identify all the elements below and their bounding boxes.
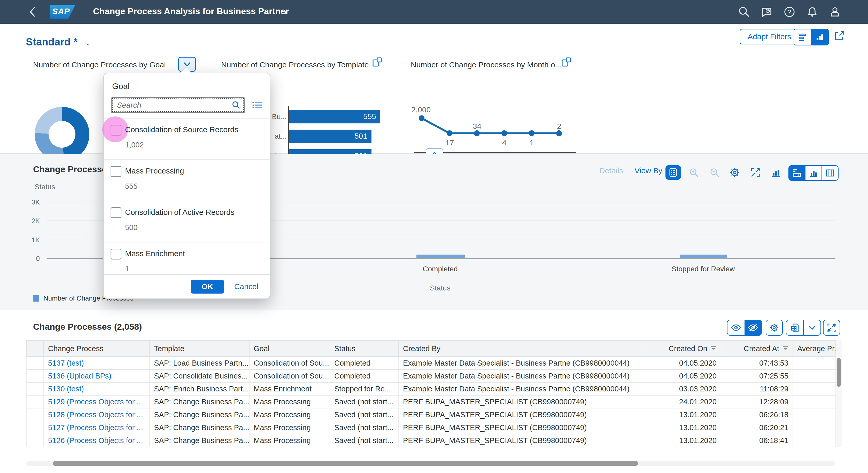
table-fullscreen-icon[interactable]	[823, 319, 840, 336]
col-goal[interactable]: Goal	[249, 341, 330, 357]
table-row[interactable]: 5137 (test)SAP: Load Business Partn...Co…	[27, 357, 836, 369]
chart-icon[interactable]	[768, 165, 784, 180]
svg-text:?: ?	[788, 8, 791, 15]
app-root: SAP Change Process Analysis for Business…	[0, 0, 868, 473]
ok-button[interactable]: OK	[191, 280, 224, 294]
template-bar-row[interactable]: Bu... 555	[289, 110, 380, 124]
legend-swatch	[33, 295, 39, 302]
table-section: Change Processes (2,058)	[0, 310, 868, 473]
value-help-list-icon[interactable]	[252, 101, 262, 109]
col-created-by[interactable]: Created By	[399, 341, 645, 357]
chart-view-button[interactable]	[811, 29, 828, 45]
zoom-out-icon[interactable]	[707, 165, 722, 180]
filter-icon	[782, 346, 788, 351]
back-icon[interactable]	[29, 6, 36, 18]
app-title[interactable]: Change Process Analysis for Business Par…	[93, 6, 289, 16]
template-bar-value: 555	[363, 112, 376, 121]
view-toggle	[794, 29, 829, 45]
card-goal-title: Number of Change Processes by Goal	[33, 60, 166, 69]
bar-completed[interactable]	[416, 255, 465, 258]
select-column-header[interactable]	[27, 341, 44, 357]
y-tick: 3K	[21, 198, 40, 206]
table-row[interactable]: 5129 (Process Objects for ...SAP: Change…	[27, 395, 836, 408]
chart-table-view-button[interactable]	[789, 166, 805, 180]
cancel-button[interactable]: Cancel	[234, 282, 258, 291]
template-bar-row[interactable]: at... 501	[289, 130, 371, 143]
checkbox[interactable]	[111, 207, 121, 218]
details-button[interactable]: Details	[599, 166, 623, 175]
col-status[interactable]: Status	[330, 341, 399, 357]
col-average[interactable]: Average Pr...	[793, 341, 836, 357]
view-by-button[interactable]: View By	[634, 166, 662, 175]
zoom-in-icon[interactable]	[686, 165, 702, 180]
export-icon[interactable]	[786, 320, 804, 335]
profile-icon[interactable]	[829, 6, 841, 18]
point-label: 2,000	[411, 105, 431, 114]
table-only-view-button[interactable]	[822, 166, 838, 180]
card-month-title: Number of Change Processes by Month o...	[411, 60, 562, 69]
variant-chevron-down-icon: ⌄	[86, 40, 91, 47]
export-menu-chevron-icon[interactable]	[804, 320, 820, 335]
x-axis-title: Status	[430, 284, 450, 292]
table-settings-gear-icon[interactable]	[766, 319, 783, 336]
horizontal-scrollbar-thumb[interactable]	[53, 461, 638, 466]
notifications-icon[interactable]	[806, 6, 818, 18]
goal-search-field[interactable]	[116, 100, 228, 110]
search-icon[interactable]	[738, 6, 750, 18]
vertical-scrollbar-thumb[interactable]	[837, 358, 841, 387]
template-open-in-icon[interactable]	[372, 57, 382, 67]
month-line-chart[interactable]	[408, 82, 583, 155]
checkbox[interactable]	[111, 125, 121, 136]
horizontal-scrollbar[interactable]	[26, 461, 835, 466]
category-label: Completed	[423, 265, 458, 273]
goal-search-input[interactable]	[111, 97, 245, 113]
y-tick: 2K	[21, 217, 40, 225]
goal-option-mass-processing[interactable]: Mass Processing 555	[104, 160, 270, 201]
goal-option-consolidation-source[interactable]: Consolidation of Source Records 1,002	[104, 119, 270, 160]
table-row[interactable]: 5127 (Process Objects for ...SAP: Change…	[27, 421, 836, 434]
settings-gear-icon[interactable]	[727, 165, 742, 180]
col-template[interactable]: Template	[150, 341, 249, 357]
goal-option-consolidation-active[interactable]: Consolidation of Active Records 500	[104, 201, 270, 242]
checkbox[interactable]	[111, 166, 121, 177]
col-created-on[interactable]: Created On	[645, 341, 721, 357]
vertical-scrollbar[interactable]	[836, 340, 842, 447]
col-created-at[interactable]: Created At	[721, 341, 793, 357]
table-row[interactable]: 5126 (Process Objects for ...SAP: Change…	[27, 434, 836, 447]
point-label: 34	[473, 122, 481, 131]
popup-footer: OK Cancel	[104, 274, 270, 299]
table-row[interactable]: 5128 (Process Objects for ...SAP: Change…	[27, 408, 836, 421]
goal-filter-popup: Goal Consolidation of Source Records 1,0…	[103, 73, 270, 299]
dimension-label: Status	[35, 183, 55, 191]
legend-icon[interactable]	[665, 165, 681, 180]
table-row[interactable]: 5130 (test)SAP: Enrich Business Part...M…	[27, 382, 836, 395]
hide-details-eye-slash-icon[interactable]	[745, 320, 762, 335]
month-open-in-icon[interactable]	[561, 57, 571, 67]
show-details-eye-icon[interactable]	[727, 320, 745, 335]
chart-table-switch	[788, 165, 839, 181]
goal-donut-chart[interactable]	[35, 107, 89, 162]
sap-logo[interactable]: SAP	[50, 5, 75, 19]
point-label: 4	[502, 138, 506, 147]
share-icon[interactable]	[834, 30, 845, 41]
help-icon[interactable]: ?	[783, 6, 796, 18]
template-bar-value: 501	[354, 132, 367, 140]
chart-only-view-button[interactable]	[805, 166, 822, 180]
table-header-row: Change Process Template Goal Status Crea…	[27, 341, 836, 357]
bar-stopped-for-review[interactable]	[680, 255, 727, 258]
feedback-icon[interactable]	[761, 6, 773, 18]
app-title-caret-icon[interactable]: ▼	[283, 10, 288, 15]
col-change-process[interactable]: Change Process	[44, 341, 150, 357]
y-tick: 1K	[21, 236, 40, 244]
variant-selector[interactable]: Standard * ⌄	[26, 36, 91, 48]
filter-bar-view-button[interactable]	[794, 29, 811, 45]
checkbox[interactable]	[111, 249, 121, 260]
table-row[interactable]: 5136 (Upload BPs)SAP: Consolidate Busine…	[27, 369, 836, 382]
y-tick: 0	[21, 255, 40, 263]
search-icon[interactable]	[232, 101, 240, 109]
export-split-button	[786, 319, 821, 336]
fullscreen-icon[interactable]	[748, 165, 763, 180]
show-hide-toggle	[727, 319, 762, 336]
adapt-filters-button[interactable]: Adapt Filters	[740, 29, 799, 44]
card-template-title: Number of Change Processes by Template	[221, 60, 369, 69]
